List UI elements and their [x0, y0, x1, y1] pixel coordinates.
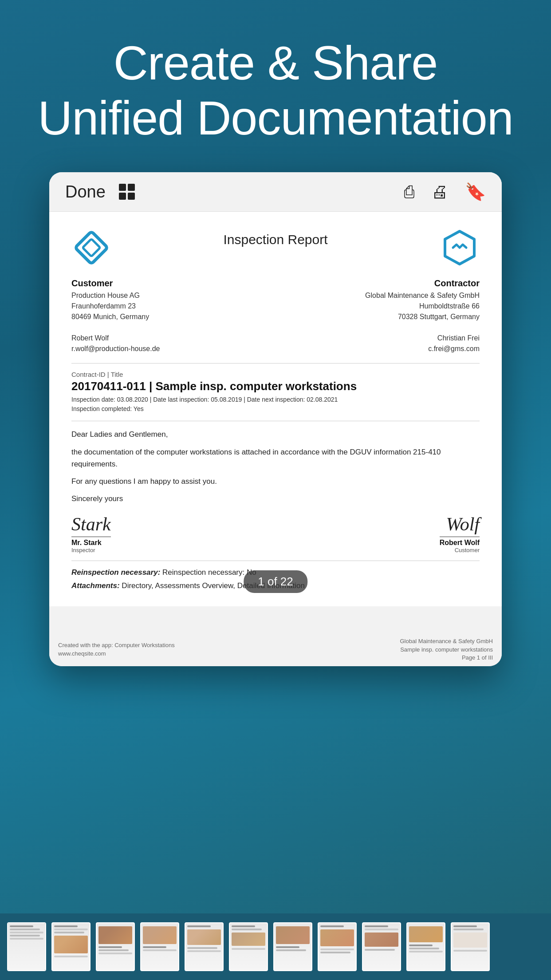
share-icon[interactable]: ⎙ — [404, 182, 414, 202]
inspector-name: Mr. Stark — [71, 539, 111, 547]
done-button[interactable]: Done — [65, 182, 106, 202]
parties-row: Customer Production House AG Fraunhoferd… — [71, 278, 480, 354]
contractor-logo — [440, 228, 480, 268]
footer-left-text: Created with the app: Computer Workstati… — [58, 641, 175, 657]
doc-title: Inspection Report — [111, 228, 440, 247]
customer-sig-name: Robert Wolf — [440, 539, 480, 547]
thumb-8[interactable] — [318, 922, 357, 971]
print-icon[interactable]: 🖨 — [431, 182, 448, 202]
svg-rect-1 — [75, 232, 108, 265]
thumbnails-strip — [0, 913, 551, 980]
customer-info: Production House AG Fraunhoferdamm 23 80… — [71, 290, 160, 354]
contract-id: 20170411-011 | Sample insp. computer wor… — [71, 379, 480, 393]
letter-body-2: For any questions I am happy to assist y… — [71, 475, 480, 487]
inspector-sig-image: Stark — [71, 514, 111, 537]
contractor-info: Global Maintenance & Safety GmbH Humbold… — [365, 290, 480, 354]
doc-toolbar: Done ⎙ 🖨 🔖 — [49, 172, 502, 212]
thumb-5[interactable] — [185, 922, 224, 971]
customer-signature: Wolf Robert Wolf Customer — [440, 514, 480, 553]
divider-3 — [71, 561, 480, 561]
page-indicator: 1 of 22 — [244, 570, 307, 593]
customer-block: Customer Production House AG Fraunhoferd… — [71, 278, 160, 354]
inspector-signature: Stark Mr. Stark Inspector — [71, 514, 111, 553]
grid-cell-2 — [128, 184, 135, 191]
grid-icon[interactable] — [119, 184, 135, 200]
contract-label: Contract-ID | Title — [71, 371, 480, 378]
contractor-block: Contractor Global Maintenance & Safety G… — [365, 278, 480, 354]
thumb-4[interactable] — [140, 922, 179, 971]
letter-greeting: Dear Ladies and Gentlemen, — [71, 428, 480, 440]
contract-dates: Inspection date: 03.08.2020 | Date last … — [71, 395, 480, 414]
toolbar-left: Done — [65, 182, 135, 202]
svg-rect-2 — [83, 239, 100, 257]
bookmark-icon[interactable]: 🔖 — [465, 182, 486, 202]
background: Create & Share Unified Documentation Don… — [0, 0, 551, 980]
doc-content: Inspection Report Customer Production Ho… — [49, 212, 502, 606]
hero-title: Create & Share Unified Documentation — [0, 0, 551, 172]
contract-section: Contract-ID | Title 20170411-011 | Sampl… — [71, 371, 480, 414]
toolbar-right: ⎙ 🖨 🔖 — [404, 182, 486, 202]
customer-logo — [71, 228, 111, 268]
divider-1 — [71, 363, 480, 364]
page-indicator-bar: 1 of 22 — [49, 606, 502, 633]
document-wrapper: Done ⎙ 🖨 🔖 — [49, 172, 502, 666]
doc-footer-bar: Created with the app: Computer Workstati… — [49, 633, 502, 666]
grid-cell-3 — [119, 193, 126, 200]
grid-cell-1 — [119, 184, 126, 191]
letter-body-1: the documentation of the computer workst… — [71, 446, 480, 470]
signatures-row: Stark Mr. Stark Inspector Wolf Robert Wo… — [71, 514, 480, 553]
thumb-7[interactable] — [273, 922, 312, 971]
thumb-2[interactable] — [51, 922, 91, 971]
thumb-3[interactable] — [96, 922, 135, 971]
thumb-11[interactable] — [451, 922, 490, 971]
divider-2 — [71, 421, 480, 421]
inspector-role: Inspector — [71, 547, 111, 553]
document-card: Done ⎙ 🖨 🔖 — [49, 172, 502, 666]
grid-cell-4 — [128, 193, 135, 200]
customer-label: Customer — [71, 278, 160, 288]
thumb-1[interactable] — [7, 922, 46, 971]
thumb-9[interactable] — [362, 922, 401, 971]
thumb-10[interactable] — [406, 922, 445, 971]
doc-header: Inspection Report — [71, 228, 480, 268]
footer-right-text: Global Maintenance & Safety GmbHSample i… — [400, 637, 493, 662]
customer-sig-role: Customer — [440, 547, 480, 553]
letter-closing: Sincerely yours — [71, 493, 480, 505]
customer-sig-image: Wolf — [440, 514, 480, 537]
contractor-label: Contractor — [365, 278, 480, 288]
thumb-6[interactable] — [229, 922, 268, 971]
